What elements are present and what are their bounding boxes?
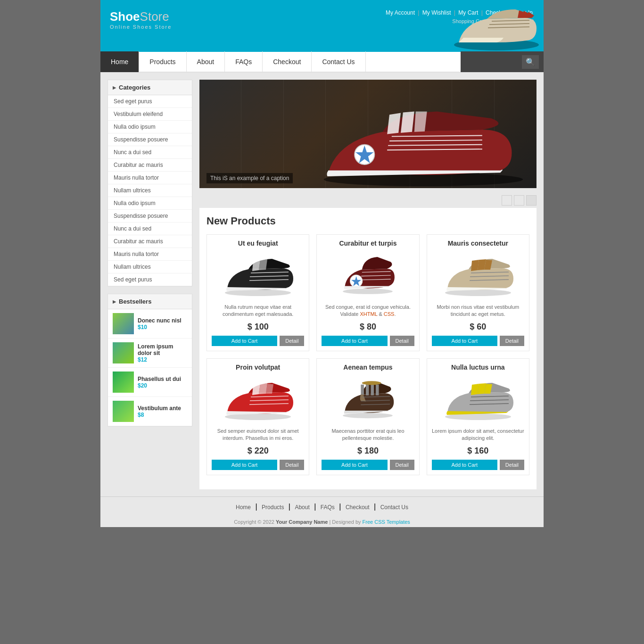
product-price-2: $ 80 — [322, 322, 414, 332]
nav-home[interactable]: Home — [100, 51, 139, 72]
my-wishlist-link[interactable]: My Wishlist — [422, 9, 451, 16]
bestseller-name-1: Donec nunc nisl — [138, 317, 187, 324]
logo-name: ShoeStore — [110, 9, 172, 24]
slide-dot-3[interactable] — [526, 195, 537, 206]
list-item[interactable]: Nulla odio ipsum — [108, 121, 192, 133]
nav-items: Home Products About FAQs Checkout Contac… — [100, 51, 461, 72]
list-item[interactable]: Sed eget purus — [108, 95, 192, 108]
product-desc-1: Nulla rutrum neque vitae erat condimentu… — [212, 304, 304, 318]
logo-bold: Shoe — [110, 9, 140, 24]
search-box: 🔍 — [461, 51, 544, 72]
product-price-3: $ 60 — [432, 322, 524, 332]
main-content: This iS an example of a caption New Prod… — [199, 80, 537, 489]
list-item[interactable]: Vestibulum eleifend — [108, 108, 192, 121]
nav-faqs[interactable]: FAQs — [225, 51, 263, 72]
bestseller-info-1: Donec nunc nisl $10 — [138, 317, 187, 330]
product-name-2: Curabitur et turpis — [322, 239, 414, 247]
list-item[interactable]: Mauris nulla tortor — [108, 248, 192, 261]
my-account-link[interactable]: My Account — [386, 9, 415, 16]
slide-dot-1[interactable] — [502, 195, 512, 206]
bestseller-info-2: Lorem ipsum dolor sit $12 — [138, 343, 187, 363]
product-name-5: Aenean tempus — [322, 363, 414, 371]
bestseller-item[interactable]: Phasellus ut dui $20 — [108, 368, 192, 397]
footer-faqs-link[interactable]: FAQs — [321, 504, 335, 511]
product-image-4 — [212, 376, 304, 423]
product-actions-3: Add to Cart Detail — [432, 336, 524, 346]
product-shoe-svg-6 — [440, 378, 516, 421]
categories-section: Categories Sed eget purus Vestibulum ele… — [107, 80, 192, 287]
footer-about-link[interactable]: About — [295, 504, 309, 511]
add-to-cart-3[interactable]: Add to Cart — [432, 336, 497, 346]
new-products-title: New Products — [206, 215, 529, 227]
footer-checkout-link[interactable]: Checkout — [346, 504, 370, 511]
list-item[interactable]: Nulla odio ipsum — [108, 197, 192, 210]
product-actions-1: Add to Cart Detail — [212, 336, 304, 346]
detail-1[interactable]: Detail — [280, 336, 304, 346]
bestseller-name-2: Lorem ipsum dolor sit — [138, 343, 187, 356]
product-name-4: Proin volutpat — [212, 363, 304, 371]
slide-bar — [241, 80, 283, 188]
footer-navigation: Home | Products | About | FAQs | Checkou… — [100, 496, 544, 517]
product-grid: Ut eu feugiat — [206, 234, 529, 475]
product-image-3 — [432, 252, 524, 299]
bestseller-item[interactable]: Vestibulum ante $8 — [108, 397, 192, 426]
add-to-cart-4[interactable]: Add to Cart — [212, 460, 277, 470]
bestseller-thumb-4 — [113, 401, 134, 422]
bestseller-thumb-2 — [113, 342, 134, 363]
slide-dot-2[interactable] — [514, 195, 524, 206]
nav-about[interactable]: About — [187, 51, 225, 72]
product-card-2: Curabitur et turpis — [316, 234, 419, 351]
list-item[interactable]: Nullam ultrices — [108, 184, 192, 197]
product-image-5 — [322, 376, 414, 423]
product-actions-6: Add to Cart Detail — [432, 460, 524, 470]
product-name-1: Ut eu feugiat — [212, 239, 304, 247]
slide-shoe-image — [310, 94, 537, 188]
product-actions-4: Add to Cart Detail — [212, 460, 304, 470]
detail-2[interactable]: Detail — [390, 336, 414, 346]
footer-contact-link[interactable]: Contact Us — [380, 504, 408, 511]
nav-products[interactable]: Products — [139, 51, 186, 72]
bestseller-item[interactable]: Lorem ipsum dolor sit $12 — [108, 339, 192, 368]
footer-products-link[interactable]: Products — [262, 504, 284, 511]
list-item[interactable]: Suspendisse posuere — [108, 210, 192, 223]
list-item[interactable]: Mauris nulla tortor — [108, 172, 192, 184]
list-item[interactable]: Curabitur ac mauris — [108, 159, 192, 172]
nav-contact[interactable]: Contact Us — [312, 51, 365, 72]
css-link[interactable]: CSS — [384, 311, 395, 317]
svg-rect-31 — [366, 384, 369, 395]
nav-checkout[interactable]: Checkout — [263, 51, 312, 72]
detail-3[interactable]: Detail — [500, 336, 524, 346]
add-to-cart-1[interactable]: Add to Cart — [212, 336, 277, 346]
footer-copyright: Copyright © 2022 Your Company Name | Des… — [100, 517, 544, 527]
list-item[interactable]: Sed eget purus — [108, 273, 192, 286]
list-item[interactable]: Nunc a dui sed — [108, 146, 192, 159]
bestseller-price-3: $20 — [138, 382, 187, 389]
bestsellers-title: Bestsellers — [108, 294, 192, 309]
detail-5[interactable]: Detail — [390, 460, 414, 470]
product-price-4: $ 220 — [212, 446, 304, 456]
list-item[interactable]: Suspendisse posuere — [108, 133, 192, 146]
detail-4[interactable]: Detail — [280, 460, 304, 470]
product-price-5: $ 180 — [322, 446, 414, 456]
product-shoe-svg-2 — [337, 254, 398, 297]
product-desc-6: Lorem ipsum dolor sit amet, consectetur … — [432, 428, 524, 442]
product-image-6 — [432, 376, 524, 423]
footer-home-link[interactable]: Home — [236, 504, 251, 511]
search-input[interactable] — [465, 58, 522, 66]
add-to-cart-2[interactable]: Add to Cart — [322, 336, 387, 346]
product-actions-5: Add to Cart Detail — [322, 460, 414, 470]
product-name-3: Mauris consectetur — [432, 239, 524, 247]
designed-by-text: | Designed by — [328, 519, 362, 525]
slide-background — [199, 80, 537, 188]
list-item[interactable]: Nunc a dui sed — [108, 223, 192, 235]
navigation: Home Products About FAQs Checkout Contac… — [100, 52, 544, 73]
designer-link[interactable]: Free CSS Templates — [363, 519, 410, 525]
detail-6[interactable]: Detail — [500, 460, 524, 470]
xhtml-link[interactable]: XHTML — [360, 311, 377, 317]
search-button[interactable]: 🔍 — [522, 55, 539, 69]
list-item[interactable]: Curabitur ac mauris — [108, 235, 192, 248]
add-to-cart-5[interactable]: Add to Cart — [322, 460, 387, 470]
add-to-cart-6[interactable]: Add to Cart — [432, 460, 497, 470]
bestseller-item[interactable]: Donec nunc nisl $10 — [108, 309, 192, 339]
list-item[interactable]: Nullam ultrices — [108, 261, 192, 273]
